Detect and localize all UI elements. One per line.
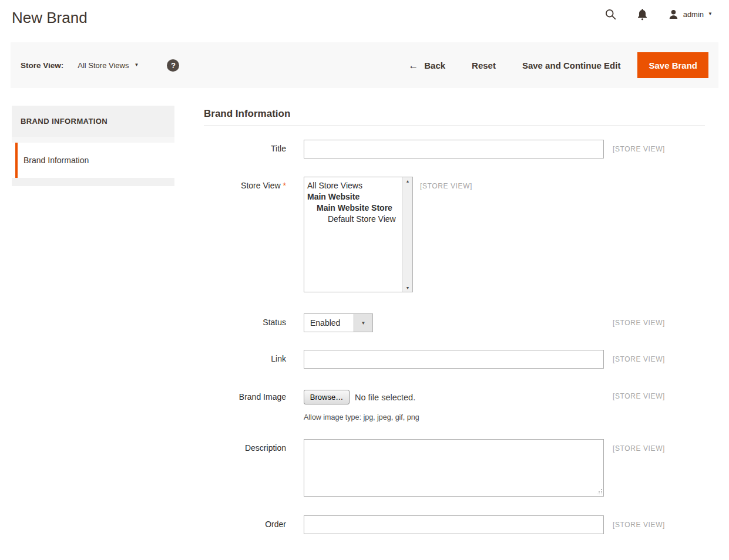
field-row-order: Order [STORE VIEW] <box>204 515 705 534</box>
page-actions-toolbar: Store View: All Store Views ▼ ? ← Back R… <box>11 42 718 88</box>
order-scope-label: [STORE VIEW] <box>613 515 665 534</box>
status-select[interactable]: Enabled ▼ <box>304 313 373 332</box>
field-row-link: Link [STORE VIEW] <box>204 350 705 369</box>
reset-button[interactable]: Reset <box>472 60 496 70</box>
store-view-scope-label: [STORE VIEW] <box>420 177 472 292</box>
store-view-switcher-trigger[interactable]: All Store Views ▼ <box>78 61 139 70</box>
help-icon[interactable]: ? <box>167 59 179 72</box>
field-row-brand-image: Brand Image Browse… No file selected. Al… <box>204 390 705 421</box>
reset-button-label: Reset <box>472 60 496 70</box>
scroll-up-icon[interactable]: ▲ <box>406 179 410 183</box>
status-scope-label: [STORE VIEW] <box>613 313 665 332</box>
header-actions: admin ▼ <box>604 8 713 21</box>
description-textarea[interactable] <box>304 439 604 497</box>
description-textarea-wrap <box>304 439 604 497</box>
option-main-website-store[interactable]: Main Website Store <box>304 203 402 214</box>
store-view-options: All Store Views Main Website Main Websit… <box>304 177 402 292</box>
order-input[interactable] <box>304 515 604 534</box>
sidebar-nav: BRAND INFORMATION Brand Information <box>12 106 174 534</box>
sidebar-section-title: BRAND INFORMATION <box>12 106 174 137</box>
link-scope-label: [STORE VIEW] <box>613 350 665 369</box>
field-row-title: Title [STORE VIEW] <box>204 140 705 158</box>
status-label: Status <box>204 313 286 332</box>
status-select-value: Enabled <box>304 314 354 332</box>
chevron-down-icon: ▼ <box>708 12 713 16</box>
store-view-multiselect[interactable]: All Store Views Main Website Main Websit… <box>304 177 413 292</box>
option-all-store-views[interactable]: All Store Views <box>304 180 402 191</box>
link-input[interactable] <box>304 350 604 369</box>
title-scope-label: [STORE VIEW] <box>613 140 665 158</box>
multiselect-scrollbar[interactable]: ▲ ▼ <box>402 177 412 292</box>
field-row-description: Description [STORE VIEW] <box>204 439 705 497</box>
save-brand-button[interactable]: Save Brand <box>637 52 708 78</box>
back-button-label: Back <box>424 60 445 70</box>
link-label: Link <box>204 350 286 369</box>
title-label: Title <box>204 140 286 158</box>
option-default-store-view[interactable]: Default Store View <box>304 214 402 225</box>
store-view-switcher-value: All Store Views <box>78 61 129 70</box>
required-asterisk: * <box>283 181 286 190</box>
chevron-down-icon: ▼ <box>134 63 139 68</box>
brand-form: Brand Information Title [STORE VIEW] Sto… <box>204 106 705 534</box>
browse-button[interactable]: Browse… <box>304 390 350 404</box>
save-and-continue-button[interactable]: Save and Continue Edit <box>522 60 621 70</box>
page-header: New Brand admin ▼ <box>0 0 729 27</box>
description-label: Description <box>204 439 286 497</box>
admin-username: admin <box>683 10 704 19</box>
store-view-switcher-label: Store View: <box>21 61 63 70</box>
brand-image-note: Allow image type: jpg, jpeg, gif, png <box>304 413 604 421</box>
sidebar-divider <box>12 137 174 143</box>
sidebar-footer-strip <box>12 178 174 186</box>
option-main-website[interactable]: Main Website <box>304 191 402 203</box>
brand-image-label: Brand Image <box>204 390 286 421</box>
save-and-continue-label: Save and Continue Edit <box>522 60 621 70</box>
notifications-bell-icon[interactable] <box>636 8 649 21</box>
file-status-text: No file selected. <box>355 393 415 402</box>
title-input[interactable] <box>304 140 604 158</box>
store-view-switcher: Store View: All Store Views ▼ ? <box>21 59 179 72</box>
scroll-down-icon[interactable]: ▼ <box>406 286 410 290</box>
sidebar-item-brand-information[interactable]: Brand Information <box>12 143 174 178</box>
admin-account-menu[interactable]: admin ▼ <box>668 9 713 20</box>
toolbar-actions: ← Back Reset Save and Continue Edit Save… <box>408 52 708 78</box>
section-divider <box>204 126 705 126</box>
search-icon[interactable] <box>604 8 617 21</box>
order-label: Order <box>204 515 286 534</box>
sidebar-item-label: Brand Information <box>23 156 89 165</box>
account-person-icon <box>668 9 679 20</box>
select-caret-icon: ▼ <box>354 314 372 332</box>
back-arrow-icon: ← <box>408 60 418 70</box>
brand-image-scope-label: [STORE VIEW] <box>613 390 665 421</box>
store-view-label: Store View* <box>204 177 286 292</box>
field-row-status: Status Enabled ▼ [STORE VIEW] <box>204 313 705 332</box>
description-scope-label: [STORE VIEW] <box>613 439 665 497</box>
content-area: BRAND INFORMATION Brand Information Bran… <box>0 88 729 534</box>
back-button[interactable]: ← Back <box>408 60 445 70</box>
form-section-title: Brand Information <box>204 108 705 120</box>
field-row-store-view: Store View* All Store Views Main Website… <box>204 177 705 292</box>
